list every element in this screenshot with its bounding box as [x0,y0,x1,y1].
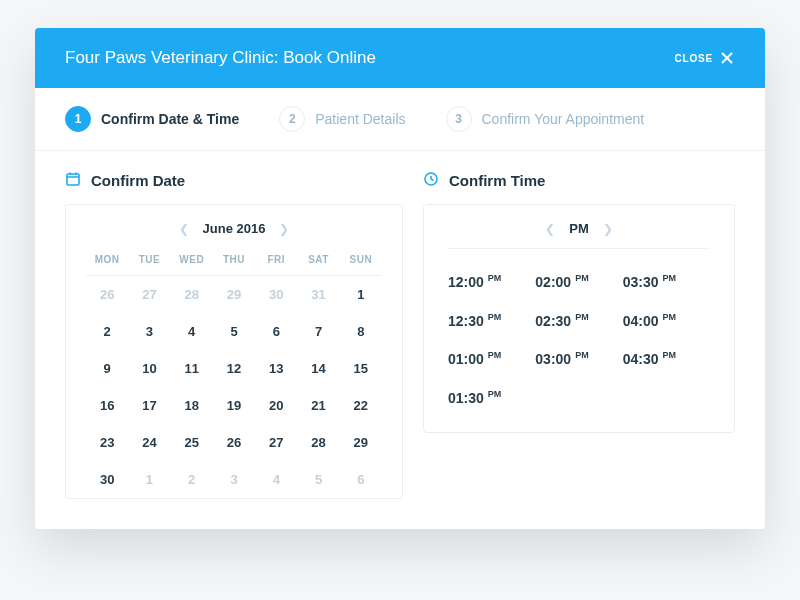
calendar-day[interactable]: 4 [255,461,297,498]
time-slot[interactable]: 01:30PM [448,389,535,406]
close-button[interactable]: CLOSE [675,50,735,66]
calendar-day[interactable]: 16 [86,387,128,424]
calendar-day[interactable]: 12 [213,350,255,387]
time-slot-time: 03:30 [623,274,659,290]
calendar-day[interactable]: 7 [297,313,339,350]
calendar-day[interactable]: 11 [171,350,213,387]
close-icon [719,50,735,66]
panel-title-date: Confirm Date [65,171,403,190]
calendar-day[interactable]: 1 [340,276,382,313]
step-date-time[interactable]: 1 Confirm Date & Time [65,106,239,132]
calendar-day[interactable]: 21 [297,387,339,424]
time-slot[interactable]: 04:00PM [623,312,710,329]
time-divider [448,248,710,249]
calendar-day[interactable]: 27 [128,276,170,313]
calendar-day[interactable]: 20 [255,387,297,424]
calendar-day[interactable]: 25 [171,424,213,461]
step-label: Confirm Your Appointment [482,111,645,127]
calendar-day[interactable]: 17 [128,387,170,424]
time-slot-period: PM [575,350,589,360]
prev-month-button[interactable]: ❮ [175,222,193,236]
calendar-day[interactable]: 24 [128,424,170,461]
time-slot[interactable]: 03:00PM [535,350,622,367]
calendar-day[interactable]: 18 [171,387,213,424]
weekday-label: WED [171,248,213,275]
calendar-day[interactable]: 15 [340,350,382,387]
time-slot-period: PM [488,312,502,322]
step-confirm[interactable]: 3 Confirm Your Appointment [446,106,645,132]
step-number: 2 [279,106,305,132]
calendar-day[interactable]: 3 [213,461,255,498]
calendar-day[interactable]: 14 [297,350,339,387]
calendar-week-row: 9101112131415 [66,350,402,387]
calendar-day[interactable]: 9 [86,350,128,387]
weekday-label: TUE [128,248,170,275]
weekday-label: MON [86,248,128,275]
time-header: ❮ PM ❯ [424,205,734,248]
stepper: 1 Confirm Date & Time 2 Patient Details … [35,88,765,151]
calendar-day[interactable]: 2 [86,313,128,350]
calendar-day[interactable]: 6 [255,313,297,350]
calendar-day[interactable]: 30 [86,461,128,498]
calendar-day[interactable]: 10 [128,350,170,387]
weekday-label: THU [213,248,255,275]
calendar-week-row: 30123456 [66,461,402,498]
time-slot[interactable]: 12:00PM [448,273,535,290]
next-period-button[interactable]: ❯ [599,222,617,236]
calendar-day[interactable]: 5 [297,461,339,498]
calendar-header: ❮ June 2016 ❯ [66,205,402,248]
time-slot[interactable]: 01:00PM [448,350,535,367]
time-slot-time: 01:00 [448,351,484,367]
calendar-day[interactable]: 2 [171,461,213,498]
weekday-label: SUN [340,248,382,275]
calendar-day[interactable]: 30 [255,276,297,313]
time-slot-time: 03:00 [535,351,571,367]
header-title: Four Paws Veterinary Clinic: Book Online [65,48,376,68]
time-slot-time: 02:00 [535,274,571,290]
calendar-day[interactable]: 26 [213,424,255,461]
time-slot-period: PM [662,350,676,360]
next-month-button[interactable]: ❯ [275,222,293,236]
step-number: 1 [65,106,91,132]
calendar-day[interactable]: 23 [86,424,128,461]
calendar-day[interactable]: 5 [213,313,255,350]
time-slot-period: PM [575,312,589,322]
calendar-day[interactable]: 29 [213,276,255,313]
modal-body: Confirm Date ❮ June 2016 ❯ MONTUEWEDTHUF… [35,151,765,529]
modal-header: Four Paws Veterinary Clinic: Book Online… [35,28,765,88]
time-slot[interactable]: 02:00PM [535,273,622,290]
calendar-day[interactable]: 6 [340,461,382,498]
time-slot-time: 01:30 [448,390,484,406]
calendar-day[interactable]: 4 [171,313,213,350]
time-slot-time: 04:00 [623,312,659,328]
time-panel: Confirm Time ❮ PM ❯ 12:00PM02:00PM03:30P… [423,171,735,499]
calendar-day[interactable]: 26 [86,276,128,313]
weekday-row: MONTUEWEDTHUFRISATSUN [66,248,402,275]
step-label: Confirm Date & Time [101,111,239,127]
time-slot[interactable]: 02:30PM [535,312,622,329]
time-slot[interactable]: 12:30PM [448,312,535,329]
time-slot-period: PM [662,312,676,322]
calendar-day[interactable]: 31 [297,276,339,313]
step-patient-details[interactable]: 2 Patient Details [279,106,405,132]
calendar-day[interactable]: 3 [128,313,170,350]
calendar-day[interactable]: 29 [340,424,382,461]
calendar-month-label: June 2016 [203,221,266,236]
calendar-day[interactable]: 28 [171,276,213,313]
calendar-grid: 2627282930311234567891011121314151617181… [66,276,402,498]
close-label: CLOSE [675,53,713,64]
time-box: ❮ PM ❯ 12:00PM02:00PM03:30PM12:30PM02:30… [423,204,735,433]
calendar-day[interactable]: 19 [213,387,255,424]
prev-period-button[interactable]: ❮ [541,222,559,236]
calendar-day[interactable]: 8 [340,313,382,350]
calendar-day[interactable]: 28 [297,424,339,461]
calendar-day[interactable]: 27 [255,424,297,461]
calendar-day[interactable]: 22 [340,387,382,424]
date-panel: Confirm Date ❮ June 2016 ❯ MONTUEWEDTHUF… [65,171,403,499]
time-slot-period: PM [488,389,502,399]
time-slot[interactable]: 03:30PM [623,273,710,290]
calendar-day[interactable]: 1 [128,461,170,498]
calendar-day[interactable]: 13 [255,350,297,387]
time-slot-period: PM [488,273,502,283]
time-slot[interactable]: 04:30PM [623,350,710,367]
